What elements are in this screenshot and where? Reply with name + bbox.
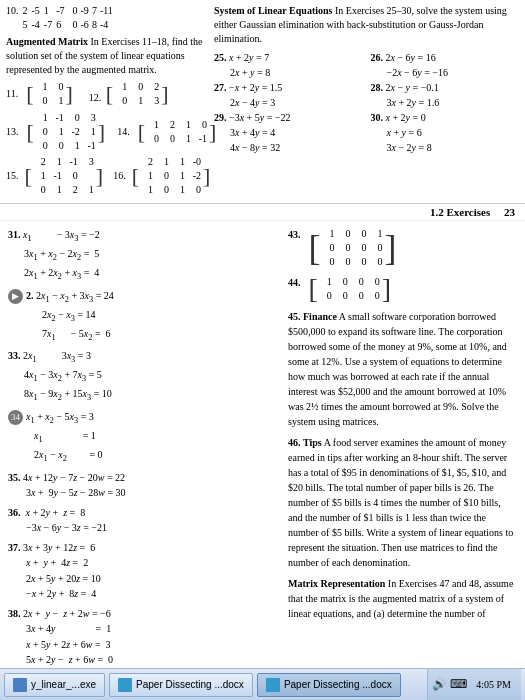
ex-25: 25. x + 2y = 7 2x + y = 8 xyxy=(214,50,363,80)
ex-44-matrix: [ 1000 0000 ] xyxy=(309,275,392,303)
ex-31: 31. x1 − 3x3 = −2 3x1 + x2 − 2x2 = 5 2x1… xyxy=(8,227,278,284)
right-column: 43. [ 1001 0000 0000 ] 44. xyxy=(288,227,517,700)
taskbar-btn-linear-label: y_linear_...exe xyxy=(31,679,96,690)
exercises-25-30: 25. x + 2y = 7 2x + y = 8 26. 2x − 6y = … xyxy=(214,50,519,155)
taskbar-btn-paper2-label: Paper Dissecting ...docx xyxy=(284,679,392,690)
page-number: 23 xyxy=(504,206,515,218)
taskbar: y_linear_...exe Paper Dissecting ...docx… xyxy=(0,668,525,700)
top-strip: 10. 2-51-7 5-4-76 0-97-11 0-68-4 Augment… xyxy=(0,0,525,204)
ex-26: 26. 2x − 6y = 16 −2x − 6y = −16 xyxy=(371,50,520,80)
ex-16-matrix: [ 211-0 101-2 1010 ] xyxy=(132,155,211,197)
taskbar-clock: 4:05 PM xyxy=(470,679,517,690)
left-column: 31. x1 − 3x3 = −2 3x1 + x2 − 2x2 = 5 2x1… xyxy=(8,227,278,700)
taskbar-btn-paper1[interactable]: Paper Dissecting ...docx xyxy=(109,673,253,697)
ex-14-label: 14. xyxy=(117,125,130,139)
matrix-repr: Matrix Representation In Exercises 47 an… xyxy=(288,576,517,621)
ex-13-row: 13. [ 1-103 01-21 001-1 ] 14. [ 1210 001… xyxy=(6,111,206,153)
ex-12-matrix: [ 102 013 ] xyxy=(106,80,169,108)
ex-46-tips: 46. Tips A food server examines the amou… xyxy=(288,435,517,570)
system-intro: System of Linear Equations In Exercises … xyxy=(214,4,519,46)
ex-16-label: 16. xyxy=(113,169,126,183)
ex-32: ▶ 2. 2x1 − x2 + 3x3 = 24 2x2 − x3 = 14 7… xyxy=(8,288,278,345)
ex-45-finance: 45. Finance A small software corporation… xyxy=(288,309,517,429)
ex-44: 44. [ 1000 0000 ] xyxy=(288,275,517,303)
ex-11: 11. [ 10 01 ] 12. [ 102 013 ] xyxy=(6,80,206,108)
ex-27: 27. −x + 2y = 1.5 2x − 4y = 3 xyxy=(214,80,363,110)
paper2-icon xyxy=(266,678,280,692)
ex-43: 43. [ 1001 0000 0000 ] xyxy=(288,227,517,269)
ex-38: 38. 2x + y − z + 2w = −6 3x + 4y = 1 x +… xyxy=(8,606,278,668)
taskbar-btn-linear[interactable]: y_linear_...exe xyxy=(4,673,105,697)
taskbar-btn-paper1-label: Paper Dissecting ...docx xyxy=(136,679,244,690)
top-right-system: System of Linear Equations In Exercises … xyxy=(214,4,519,155)
system-title: System of Linear Equations xyxy=(214,5,332,16)
aug-title: Augmented Matrix xyxy=(6,36,88,47)
ex-35: 35. 4x + 12y − 7z − 20w = 22 3x + 9y − 5… xyxy=(8,470,278,501)
taskbar-btn-paper2[interactable]: Paper Dissecting ...docx xyxy=(257,673,401,697)
top-left-matrices: 10. 2-51-7 5-4-76 0-97-11 0-68-4 Augment… xyxy=(6,4,206,199)
ex-33: 33. 2x1 3x3 = 3 4x1 − 3x2 + 7x3 = 5 8x1 … xyxy=(8,348,278,405)
ex-13-matrix: [ 1-103 01-21 001-1 ] xyxy=(27,111,106,153)
system-tray: 🔊 ⌨ 4:05 PM xyxy=(427,669,521,700)
main-content: 31. x1 − 3x3 = −2 3x1 + x2 − 2x2 = 5 2x1… xyxy=(0,221,525,700)
ex-10-label: 10. xyxy=(6,4,19,32)
ex-29: 29. −3x + 5y = −22 3x + 4y = 4 4x − 8y =… xyxy=(214,110,363,155)
paper1-icon xyxy=(118,678,132,692)
circle-34: 34 xyxy=(8,410,23,425)
ex-12: 12. [ 102 013 ] xyxy=(89,80,171,108)
ex-36: 36. x + 2y + z = 8 −3x − 6y − 3z = −21 xyxy=(8,505,278,536)
tips-text: A food server examines the amount of mon… xyxy=(288,437,513,568)
ex-43-matrix: [ 1001 0000 0000 ] xyxy=(309,227,397,269)
section-label: 1.2 Exercises xyxy=(430,206,490,218)
matrix-row-10: 10. 2-51-7 5-4-76 0-97-11 0-68-4 xyxy=(6,4,206,32)
finance-text: A small software corporation borrowed $5… xyxy=(288,311,507,427)
matrix-col2: 0-97-11 0-68-4 xyxy=(73,4,113,32)
tray-icon-1: 🔊 xyxy=(432,677,447,692)
ex-34: 34 x1 + x2 − 5x3 = 3 x1 = 1 2x1 − x2 = 0 xyxy=(8,409,278,466)
ex-11-matrix: [ 10 01 ] xyxy=(26,80,73,108)
circle-32: ▶ xyxy=(8,289,23,304)
ex-30: 30. x + 2y = 0 x + y = 6 3x − 2y = 8 xyxy=(371,110,520,155)
ex-14-matrix: [ 1210 001-1 ] xyxy=(138,118,217,146)
linear-exe-icon xyxy=(13,678,27,692)
ex-28: 28. 2x − y = −0.1 3x + 2y = 1.6 xyxy=(371,80,520,110)
ex-15-matrix: [ 21-13 1-10 0121 ] xyxy=(25,155,104,197)
tray-icon-2: ⌨ xyxy=(450,677,467,692)
content-area: 31. x1 − 3x3 = −2 3x1 + x2 − 2x2 = 5 2x1… xyxy=(0,221,525,700)
ex-13-label: 13. xyxy=(6,125,19,139)
ex-15-label: 15. xyxy=(6,169,19,183)
page-section-indicator: 1.2 Exercises 23 xyxy=(0,204,525,221)
ex-37: 37. 3x + 3y + 12z = 6 x + y + 4z = 2 2x … xyxy=(8,540,278,602)
aug-matrix-intro: Augmented Matrix In Exercises 11–18, fin… xyxy=(6,35,206,77)
matrix-values: 2-51-7 5-4-76 xyxy=(23,4,65,32)
ex-15-row: 15. [ 21-13 1-10 0121 ] 16. [ 211-0 101-… xyxy=(6,155,206,197)
ex-11-label: 11. xyxy=(6,87,18,101)
